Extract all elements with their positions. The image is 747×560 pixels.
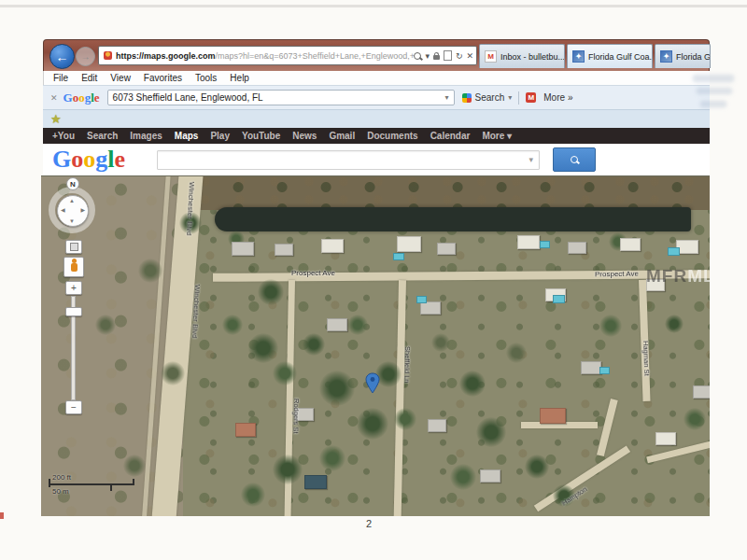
tab-label: Florida Gu	[676, 52, 711, 62]
nav-play[interactable]: Play	[210, 131, 230, 141]
bookmark-icon[interactable]: M	[526, 92, 536, 103]
pan-left-icon[interactable]: ◀	[61, 206, 65, 213]
menu-help[interactable]: Help	[230, 73, 249, 83]
scan-bleed-artifact	[700, 101, 726, 107]
zoom-out-button[interactable]: −	[65, 400, 82, 414]
maps-search-input[interactable]: ▾	[157, 150, 540, 170]
tree	[248, 333, 278, 363]
nav-images[interactable]: Images	[130, 131, 162, 141]
toolbar-divider	[518, 91, 519, 105]
pan-down-icon[interactable]: ▼	[69, 218, 75, 224]
compatibility-view-icon[interactable]	[444, 50, 452, 61]
refresh-icon[interactable]: ↻	[456, 51, 463, 61]
compass-north-badge[interactable]: N	[66, 177, 79, 190]
address-bar[interactable]: https://maps.google.com/maps?hl=en&q=607…	[98, 46, 477, 65]
google-toolbar-logo: Google	[63, 91, 100, 105]
scanned-page: ← → https://maps.google.com/maps?hl=en&q…	[0, 0, 747, 560]
stop-icon[interactable]: ✕	[466, 51, 473, 61]
house-roof	[655, 432, 676, 445]
gmail-icon: M	[485, 50, 497, 63]
nav-news[interactable]: News	[292, 131, 317, 141]
nav-plus-you[interactable]: +You	[52, 131, 75, 141]
tree	[222, 315, 243, 335]
address-bar-icons: ▾ ↻ ✕	[414, 50, 473, 61]
nav-calendar[interactable]: Calendar	[430, 131, 471, 141]
chevron-down-icon[interactable]: ▾	[445, 93, 449, 102]
chevron-down-icon[interactable]: ▾	[425, 51, 430, 61]
nav-search[interactable]: Search	[87, 131, 118, 141]
menu-favorites[interactable]: Favorites	[144, 73, 182, 83]
forward-button[interactable]: →	[76, 47, 95, 66]
maps-favicon	[104, 51, 112, 60]
rotate-view-button[interactable]	[65, 240, 82, 254]
toolbar-search-button[interactable]: Search ▾	[462, 92, 513, 103]
street-label-hagman: Hagman St	[641, 341, 651, 376]
url-text: https://maps.google.com/maps?hl=en&q=607…	[116, 51, 414, 61]
toolbar-more-button[interactable]: More »	[543, 92, 572, 103]
tree	[273, 361, 297, 385]
toolbar-search-icon	[462, 93, 472, 103]
menu-edit[interactable]: Edit	[81, 73, 97, 83]
chevron-down-icon: ▾	[508, 93, 512, 102]
house-roof	[327, 318, 347, 331]
tab-florida-gulf-coast[interactable]: ✦ Florida Gulf Coa...	[567, 44, 653, 68]
zoom-in-button[interactable]: +	[65, 281, 82, 295]
house-roof	[581, 361, 601, 374]
scale-imperial-label: 200 ft	[52, 473, 134, 482]
tree	[273, 455, 303, 484]
property-pin-marker[interactable]	[365, 372, 380, 395]
browser-titlebar: ← → https://maps.google.com/maps?hl=en&q…	[43, 39, 710, 71]
nav-maps[interactable]: Maps	[175, 131, 199, 141]
tree	[357, 408, 388, 440]
road-sheffield-ln	[394, 280, 406, 516]
security-lock-icon[interactable]	[433, 55, 440, 60]
nav-more[interactable]: More ▾	[482, 131, 512, 141]
pan-right-icon[interactable]: ▶	[80, 206, 85, 213]
swimming-pool	[540, 241, 550, 248]
site-favicon: ✦	[572, 50, 585, 63]
menu-file[interactable]: File	[53, 73, 68, 83]
tree	[476, 417, 506, 447]
satellite-map[interactable]: Prospect Ave Prospect Ave Winchester Blv…	[41, 175, 710, 516]
map-scale-bar: 200 ft 50 m	[49, 473, 134, 496]
toolbar-close-icon[interactable]: ✕	[50, 93, 58, 103]
pan-control[interactable]: ▲ ▼ ◀ ▶	[57, 195, 89, 227]
menu-tools[interactable]: Tools	[195, 73, 217, 83]
rotate-icon	[70, 243, 78, 251]
tree	[684, 408, 706, 430]
zoom-slider-handle[interactable]	[65, 307, 82, 316]
tab-inbox[interactable]: M Inbox - bulletbu...	[479, 44, 565, 68]
menu-view[interactable]: View	[110, 73, 131, 83]
tree	[394, 408, 416, 430]
house-roof	[517, 235, 540, 249]
house-roof	[620, 238, 641, 251]
maps-search-button[interactable]	[553, 147, 596, 172]
canal-waterway	[215, 207, 691, 231]
toolbar-search-input[interactable]: 6073 Sheffield Lane, Englewood, FL ▾	[107, 90, 455, 105]
mls-watermark: MFRMLS	[646, 266, 710, 287]
scan-bleed-artifact	[697, 88, 732, 94]
tree	[450, 464, 476, 490]
street-label-prospect-east: Prospect Ave	[595, 270, 639, 279]
favorites-star-icon[interactable]: ★	[50, 112, 62, 126]
house-roof	[480, 469, 500, 483]
tree	[95, 315, 116, 335]
pegman-streetview-button[interactable]	[63, 257, 84, 277]
nav-youtube[interactable]: YouTube	[242, 131, 280, 141]
chevron-down-icon[interactable]: ▾	[529, 155, 533, 164]
nav-documents[interactable]: Documents	[367, 131, 417, 141]
tree	[665, 315, 684, 333]
chevrons-icon: »	[568, 92, 573, 103]
swimming-pool	[416, 296, 427, 303]
nav-gmail[interactable]: Gmail	[329, 131, 355, 141]
url-path: /maps?hl=en&q=6073+Sheffield+Lane,+Engle…	[216, 51, 415, 61]
site-favicon: ✦	[660, 50, 672, 63]
street-label-rodgers: Rodgers St	[291, 399, 301, 434]
house-roof	[568, 242, 586, 254]
road-hampton-diagonal	[534, 445, 630, 511]
back-button[interactable]: ←	[49, 44, 75, 69]
tab-florida-gulf-2[interactable]: ✦ Florida Gu	[655, 44, 711, 68]
pan-up-icon[interactable]: ▲	[69, 198, 75, 203]
tree	[319, 445, 345, 471]
search-icon[interactable]	[414, 52, 421, 60]
